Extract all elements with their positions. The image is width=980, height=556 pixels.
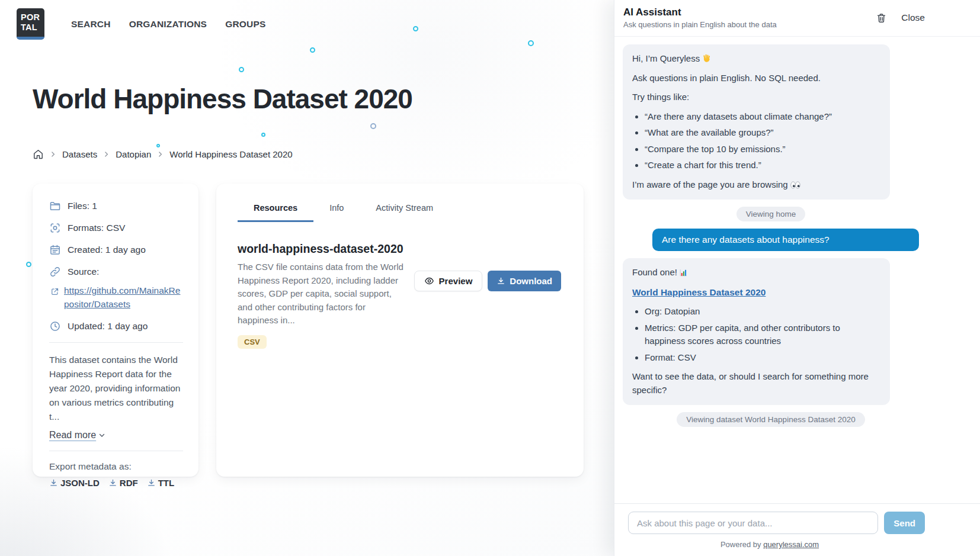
chevron-right-icon	[49, 150, 57, 158]
download-icon	[108, 478, 117, 487]
dataset-result-link[interactable]: World Happiness Dataset 2020	[632, 287, 766, 297]
assistant-header: AI Assistant Ask questions in plain Engl…	[614, 0, 980, 37]
export-metadata-label: Export metadata as:	[49, 461, 183, 472]
resources-card: Resources Info Activity Stream world-hap…	[216, 184, 584, 477]
calendar-icon	[49, 244, 61, 256]
chat-input-bar: Send Powered by querylessai.com	[614, 503, 980, 556]
created-value: Created: 1 day ago	[68, 245, 146, 255]
top-navigation: POR TAL SEARCH ORGANIZATIONS GROUPS	[17, 8, 266, 40]
queryless-link[interactable]: querylessai.com	[763, 540, 819, 549]
external-link-icon	[50, 287, 59, 296]
page-title: World Happiness Dataset 2020	[33, 83, 412, 115]
suggestion-item: “Create a chart for this trend.”	[645, 159, 880, 172]
preview-label: Preview	[439, 276, 473, 286]
chevron-down-icon	[98, 431, 106, 439]
download-icon	[497, 277, 505, 285]
powered-by-label: Powered by	[720, 540, 763, 549]
suggestion-item: “What are the available groups?”	[645, 126, 880, 140]
read-more-label: Read more	[49, 430, 96, 441]
dataset-info-card: Files: 1 Formats: CSV Created: 1 day ago…	[33, 184, 198, 477]
portal-logo[interactable]: POR TAL	[17, 8, 44, 40]
divider	[49, 342, 183, 343]
resource-actions: Preview Download	[414, 271, 561, 291]
wave-emoji-icon	[702, 53, 712, 63]
nav-item-search[interactable]: SEARCH	[71, 19, 111, 30]
result-detail-item: Org: Datopian	[645, 305, 880, 319]
breadcrumb-datasets[interactable]: Datasets	[62, 149, 97, 159]
link-icon	[49, 266, 61, 278]
close-button[interactable]: Close	[901, 12, 925, 23]
suggestion-item: “Are there any datasets about climate ch…	[645, 110, 880, 124]
chat-messages[interactable]: Hi, I’m Queryless Ask questions in plain…	[614, 37, 925, 503]
send-button[interactable]: Send	[884, 512, 925, 534]
tab-activity-stream[interactable]: Activity Stream	[360, 197, 449, 222]
nav-item-groups[interactable]: GROUPS	[225, 19, 265, 30]
welcome-greeting: Hi, I’m Queryless	[632, 53, 700, 63]
folder-icon	[49, 200, 61, 212]
result-outro: Want to see the data, or should I search…	[632, 370, 880, 397]
download-icon	[49, 478, 58, 487]
decorative-ring	[413, 26, 418, 31]
files-row: Files: 1	[49, 200, 183, 212]
main-content: POR TAL SEARCH ORGANIZATIONS GROUPS Worl…	[0, 0, 614, 556]
source-link-row: https://github.com/MainakRepositor/Datas…	[50, 284, 183, 311]
context-pill-viewing-dataset: Viewing dataset World Happiness Dataset …	[677, 412, 864, 427]
breadcrumb-datopian[interactable]: Datopian	[116, 149, 151, 159]
tab-resources[interactable]: Resources	[238, 197, 313, 222]
nav-item-organizations[interactable]: ORGANIZATIONS	[129, 19, 207, 30]
clear-chat-button[interactable]	[876, 12, 887, 24]
result-detail-item: Metrics: GDP per capita, and other contr…	[645, 322, 880, 348]
export-format-label: TTL	[158, 478, 175, 488]
read-more-link[interactable]: Read more	[49, 430, 106, 441]
resource-name: world-happiness-dataset-2020	[238, 242, 562, 256]
preview-button[interactable]: Preview	[414, 271, 483, 291]
assistant-title: AI Assistant	[623, 7, 777, 18]
resource-description: The CSV file contains data from the Worl…	[238, 261, 406, 327]
decorative-ring	[370, 123, 376, 129]
download-label: Download	[510, 276, 552, 286]
welcome-line2: Ask questions in plain English. No SQL n…	[632, 72, 880, 85]
chevron-right-icon	[103, 150, 110, 158]
updated-row: Updated: 1 day ago	[49, 320, 183, 332]
nav-links: SEARCH ORGANIZATIONS GROUPS	[71, 19, 266, 30]
chat-input[interactable]	[628, 512, 878, 534]
dataset-description: This dataset contains the World Happines…	[49, 353, 183, 424]
trash-icon	[876, 12, 887, 24]
export-ttl-link[interactable]: TTL	[147, 478, 175, 488]
export-jsonld-link[interactable]: JSON-LD	[49, 478, 100, 488]
source-link[interactable]: https://github.com/MainakRepositor/Datas…	[64, 284, 183, 311]
assistant-welcome-message: Hi, I’m Queryless Ask questions in plain…	[623, 44, 890, 200]
powered-by: Powered by querylessai.com	[614, 538, 925, 556]
resource-item: world-happiness-dataset-2020 The CSV fil…	[238, 242, 562, 349]
formats-value: Formats: CSV	[68, 223, 125, 233]
home-icon[interactable]	[33, 149, 44, 160]
download-button[interactable]: Download	[488, 271, 561, 291]
export-rdf-link[interactable]: RDF	[108, 478, 138, 488]
format-badge: CSV	[238, 335, 267, 349]
decorative-ring	[239, 67, 244, 72]
created-row: Created: 1 day ago	[49, 244, 183, 256]
logo-text-line2: TAL	[21, 23, 44, 33]
bar-chart-emoji-icon	[679, 268, 688, 277]
assistant-subtitle: Ask questions in plain English about the…	[623, 20, 777, 29]
result-detail-item: Format: CSV	[645, 351, 880, 365]
result-intro: Found one!	[632, 267, 677, 277]
decorative-ring	[528, 40, 534, 46]
decorative-ring	[156, 144, 160, 147]
tab-info[interactable]: Info	[313, 197, 360, 222]
assistant-result-message: Found one! World Happiness Dataset 2020 …	[623, 258, 890, 405]
export-format-label: JSON-LD	[60, 478, 100, 488]
source-row: Source:	[49, 266, 183, 278]
divider	[49, 451, 183, 451]
export-format-label: RDF	[120, 478, 138, 488]
suggestion-item: “Compare the top 10 by emissions.”	[645, 143, 880, 156]
result-detail-list: Org: Datopian Metrics: GDP per capita, a…	[632, 305, 880, 364]
decorative-ring	[310, 47, 315, 53]
decorative-ring	[261, 133, 265, 137]
files-value: Files: 1	[68, 201, 97, 211]
format-scan-icon	[49, 222, 61, 234]
decorative-ring	[26, 262, 31, 267]
tab-bar: Resources Info Activity Stream	[238, 197, 562, 222]
download-icon	[147, 478, 156, 487]
suggestion-list: “Are there any datasets about climate ch…	[632, 110, 880, 172]
